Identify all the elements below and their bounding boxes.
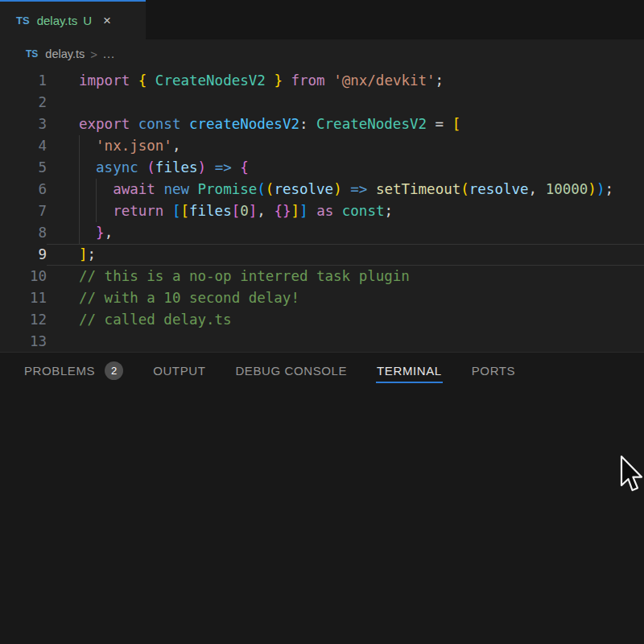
code-line-content: // this is a no-op interred task plugin [79,266,410,287]
code-line-content: import { CreateNodesV2 } from '@nx/devki… [79,70,444,92]
breadcrumb-file-name[interactable]: delay.ts [45,47,85,60]
line-number: 4 [0,135,47,157]
code-line-content: ]; [79,244,96,266]
line-number: 7 [0,200,47,222]
git-status-badge: U [83,14,92,27]
panel-tab-ports[interactable]: PORTS [471,359,516,383]
code-line[interactable]: 2 [0,92,644,114]
line-number: 12 [0,309,47,331]
code-line[interactable]: 8 }, [0,222,644,244]
panel-tab-label: PORTS [472,364,515,378]
code-line[interactable]: 4 'nx.json', [0,135,644,157]
line-number: 11 [0,287,47,309]
tab-title: delay.ts [37,14,78,27]
panel-tab-label: OUTPUT [153,364,205,378]
line-number: 3 [0,114,47,135]
line-number: 8 [0,222,47,244]
bottom-panel: PROBLEMS2OUTPUTDEBUG CONSOLETERMINALPORT… [0,352,644,644]
code-line[interactable]: 7 return [[files[0], {}]] as const; [0,200,644,222]
code-line[interactable]: 13 [0,331,644,353]
code-line-content: }, [79,222,113,244]
line-number: 10 [0,266,47,287]
panel-tab-label: TERMINAL [377,364,442,378]
code-editor[interactable]: 1import { CreateNodesV2 } from '@nx/devk… [0,70,644,353]
code-line-content: // with a 10 second delay! [79,287,299,309]
breadcrumb[interactable]: TS delay.ts > ... [26,45,115,63]
line-number: 5 [0,157,47,179]
code-line[interactable]: 11// with a 10 second delay! [0,287,644,309]
typescript-file-icon: TS [26,48,38,60]
panel-tab-bar: PROBLEMS2OUTPUTDEBUG CONSOLETERMINALPORT… [0,354,644,388]
line-number: 13 [0,331,47,353]
panel-tab-debug-console[interactable]: DEBUG CONSOLE [234,359,348,383]
code-line[interactable]: 3export const createNodesV2: CreateNodes… [0,114,644,135]
panel-tab-problems[interactable]: PROBLEMS2 [23,359,124,383]
code-line[interactable]: 10// this is a no-op interred task plugi… [0,266,644,287]
code-line[interactable]: 6 await new Promise((resolve) => setTime… [0,179,644,200]
typescript-file-icon: TS [16,14,30,27]
breadcrumb-symbol-ellipsis[interactable]: ... [103,47,115,60]
editor-tab-bar: TS delay.ts U × [0,0,644,39]
panel-tab-label: PROBLEMS [24,364,95,378]
code-line[interactable]: 5 async (files) => { [0,157,644,179]
code-line-content: return [[files[0], {}]] as const; [79,200,393,222]
panel-tab-output[interactable]: OUTPUT [152,359,206,383]
line-number: 1 [0,70,47,92]
code-line-content: 'nx.json', [79,135,180,157]
panel-tab-terminal[interactable]: TERMINAL [376,359,443,383]
panel-tab-label: DEBUG CONSOLE [235,364,347,378]
vscode-window: TS delay.ts U × TS delay.ts > ... 1impor… [0,0,644,644]
line-number: 6 [0,179,47,200]
problems-count-badge: 2 [105,361,123,380]
code-line[interactable]: 9]; [0,244,644,266]
chevron-right-icon: > [90,47,97,61]
close-icon[interactable]: × [103,14,111,27]
editor-tab-delay-ts[interactable]: TS delay.ts U × [0,0,146,39]
code-line-content: await new Promise((resolve) => setTimeou… [79,179,613,200]
code-line-content: export const createNodesV2: CreateNodesV… [79,114,460,135]
line-number: 9 [0,244,47,266]
code-line-content: // called delay.ts [79,309,232,331]
line-number: 2 [0,92,47,114]
code-line-content: async (files) => { [79,157,249,179]
code-line[interactable]: 1import { CreateNodesV2 } from '@nx/devk… [0,70,644,92]
code-line[interactable]: 12// called delay.ts [0,309,644,331]
